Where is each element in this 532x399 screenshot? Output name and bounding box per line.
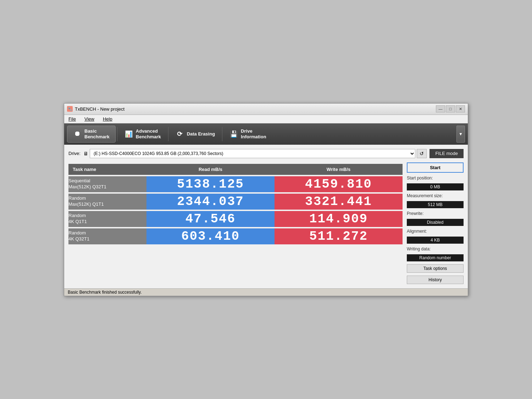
main-window: 🔧 TxBENCH - New project — □ ✕ File View … (64, 103, 468, 296)
write-value-cell: 4159.810 (275, 176, 403, 192)
advanced-benchmark-icon: 📊 (124, 130, 133, 138)
prewrite-label: Prewrite: (407, 211, 464, 216)
menu-bar: File View Help (64, 115, 468, 123)
menu-help[interactable]: Help (101, 116, 114, 122)
drive-icon: 🖥 (83, 151, 88, 156)
read-speed-value: 5138.125 (177, 177, 244, 192)
table-row: RandomMax(512K) Q1T12344.0373321.441 (68, 194, 403, 210)
alignment-label: Alignment: (407, 229, 464, 234)
content-area: Drive: 🖥 (E:) HS-SSD-C4000ECO 1024G 953.… (64, 145, 468, 288)
basic-benchmark-icon: ⏺ (73, 130, 82, 138)
col-header-write: Write mB/s (275, 164, 403, 175)
tab-separator-1 (117, 127, 117, 141)
basic-benchmark-label: BasicBenchmark (84, 128, 110, 139)
data-erasing-icon: ⟳ (176, 130, 184, 138)
measurement-size-value: 512 MB (407, 201, 464, 208)
task-name-cell: RandomMax(512K) Q1T1 (68, 194, 146, 210)
benchmark-table: Task name Read mB/s Write mB/s Sequentia… (68, 162, 403, 246)
menu-view[interactable]: View (83, 116, 96, 122)
task-name-cell: SequentialMax(512K) Q32T1 (68, 176, 146, 192)
task-name-cell: Random4K Q1T1 (68, 211, 146, 227)
file-mode-button[interactable]: FILE mode (430, 149, 464, 158)
read-speed-value: 2344.037 (177, 194, 244, 209)
history-button[interactable]: History (407, 276, 464, 284)
start-position-value: 0 MB (407, 183, 464, 190)
title-bar: 🔧 TxBENCH - New project — □ ✕ (64, 104, 468, 115)
read-value-cell: 603.410 (146, 228, 275, 244)
table-row: Random4K Q1T147.546114.909 (68, 211, 403, 227)
window-controls: — □ ✕ (436, 105, 465, 112)
write-value-cell: 114.909 (275, 211, 403, 227)
tab-dropdown-button[interactable]: ▼ (456, 126, 465, 143)
table-row: Random4K Q32T1603.410511.272 (68, 228, 403, 244)
read-speed-value: 47.546 (185, 212, 236, 226)
writing-data-value: Random number (407, 254, 464, 261)
drive-select[interactable]: (E:) HS-SSD-C4000ECO 1024G 953.85 GB (2,… (90, 149, 415, 158)
read-speed-value: 603.410 (181, 229, 240, 244)
tab-data-erasing[interactable]: ⟳ Data Erasing (170, 126, 221, 143)
menu-file[interactable]: File (67, 116, 77, 122)
drive-select-wrapper: 🖥 (E:) HS-SSD-C4000ECO 1024G 953.85 GB (… (83, 149, 427, 158)
start-position-label: Start position: (407, 176, 464, 181)
col-header-task: Task name (68, 164, 146, 175)
minimize-button[interactable]: — (436, 105, 445, 112)
start-button[interactable]: Start (407, 162, 464, 173)
prewrite-value: Disabled (407, 219, 464, 226)
status-message: Basic Benchmark finished successfully. (68, 290, 142, 295)
benchmark-section: Task name Read mB/s Write mB/s Sequentia… (68, 162, 403, 284)
advanced-benchmark-label: AdvancedBenchmark (136, 128, 161, 139)
writing-data-label: Writing data: (407, 246, 464, 251)
drive-refresh-button[interactable]: ↺ (417, 149, 427, 158)
task-options-button[interactable]: Task options (407, 264, 464, 273)
measurement-size-label: Measurement size: (407, 193, 464, 198)
alignment-value: 4 KB (407, 237, 464, 244)
write-speed-value: 3321.441 (305, 194, 372, 209)
write-speed-value: 511.272 (309, 229, 368, 244)
main-layout: Task name Read mB/s Write mB/s Sequentia… (68, 162, 464, 284)
sidebar: Start Start position: 0 MB Measurement s… (407, 162, 464, 284)
tab-advanced-benchmark[interactable]: 📊 AdvancedBenchmark (119, 126, 167, 143)
dropdown-arrow-icon: ▼ (459, 132, 463, 137)
write-speed-value: 4159.810 (305, 177, 372, 192)
window-title: TxBENCH - New project (75, 106, 436, 112)
write-value-cell: 3321.441 (275, 194, 403, 210)
drive-row: Drive: 🖥 (E:) HS-SSD-C4000ECO 1024G 953.… (68, 149, 464, 158)
tab-basic-benchmark[interactable]: ⏺ BasicBenchmark (67, 126, 116, 143)
status-bar: Basic Benchmark finished successfully. (64, 288, 468, 296)
write-speed-value: 114.909 (309, 212, 368, 226)
drive-information-label: DriveInformation (241, 128, 266, 139)
write-value-cell: 511.272 (275, 228, 403, 244)
tab-separator-3 (222, 127, 222, 141)
tab-separator-2 (168, 127, 168, 141)
drive-information-icon: 💾 (229, 130, 238, 138)
refresh-icon: ↺ (420, 151, 424, 156)
toolbar: ⏺ BasicBenchmark 📊 AdvancedBenchmark ⟳ D… (64, 123, 468, 145)
read-value-cell: 2344.037 (146, 194, 275, 210)
drive-label: Drive: (68, 151, 81, 156)
tab-drive-information[interactable]: 💾 DriveInformation (224, 126, 272, 143)
task-name-cell: Random4K Q32T1 (68, 228, 146, 244)
data-erasing-label: Data Erasing (187, 131, 215, 137)
restore-button[interactable]: □ (446, 105, 455, 112)
read-value-cell: 47.546 (146, 211, 275, 227)
table-row: SequentialMax(512K) Q32T15138.1254159.81… (68, 176, 403, 192)
col-header-read: Read mB/s (146, 164, 275, 175)
close-button[interactable]: ✕ (456, 105, 465, 112)
table-header-row: Task name Read mB/s Write mB/s (68, 164, 403, 175)
app-icon: 🔧 (67, 106, 73, 112)
read-value-cell: 5138.125 (146, 176, 275, 192)
